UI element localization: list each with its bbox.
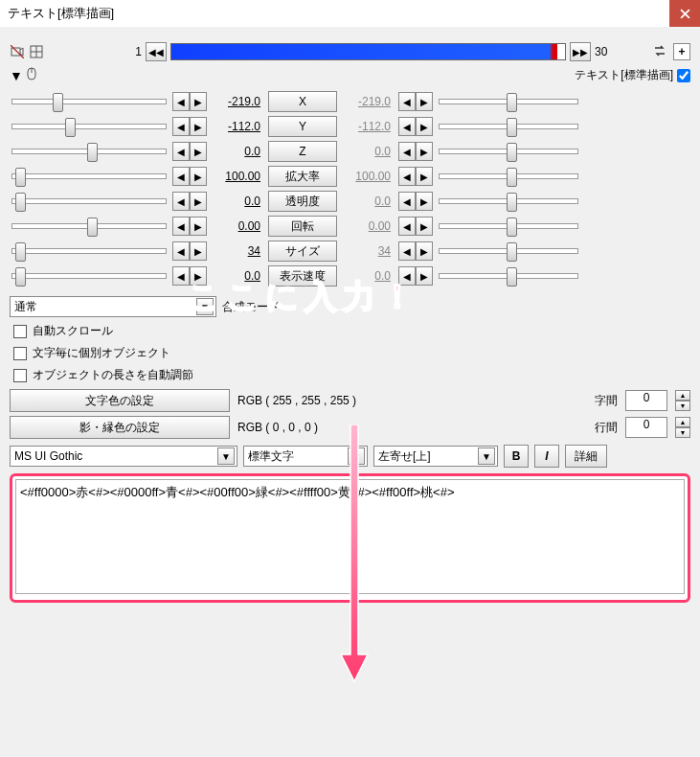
- param-button[interactable]: 拡大率: [268, 166, 337, 187]
- step-left[interactable]: ◀: [172, 241, 190, 261]
- param-left-value[interactable]: -112.0: [211, 120, 264, 133]
- step-left[interactable]: ◀: [398, 217, 416, 236]
- step-right[interactable]: ▶: [416, 217, 433, 236]
- param-left-value[interactable]: 0.0: [211, 269, 264, 283]
- step-left[interactable]: ◀: [172, 192, 190, 211]
- right-slider[interactable]: [437, 173, 580, 179]
- right-slider[interactable]: [437, 124, 580, 129]
- step-right[interactable]: ▶: [190, 117, 207, 136]
- step-left[interactable]: ◀: [172, 117, 190, 136]
- step-left[interactable]: ◀: [398, 192, 416, 211]
- step-left[interactable]: ◀: [172, 217, 190, 236]
- step-right[interactable]: ▶: [416, 117, 433, 136]
- autolen-checkbox[interactable]: [13, 369, 27, 382]
- grid-icon[interactable]: [29, 44, 44, 59]
- perchar-checkbox[interactable]: [13, 347, 27, 360]
- right-slider[interactable]: [437, 198, 580, 204]
- font-style-combo[interactable]: 標準文字 ▼: [243, 446, 368, 467]
- bold-button[interactable]: B: [504, 445, 529, 468]
- rewind-button[interactable]: ◀◀: [146, 42, 167, 61]
- step-right[interactable]: ▶: [190, 167, 207, 186]
- right-slider[interactable]: [437, 149, 580, 154]
- left-slider[interactable]: [10, 223, 169, 229]
- param-left-value[interactable]: 0.00: [211, 219, 264, 233]
- right-slider[interactable]: [437, 99, 580, 104]
- shadow-color-button[interactable]: 影・縁色の設定: [10, 416, 230, 439]
- param-right-value[interactable]: 34: [341, 244, 395, 258]
- param-button[interactable]: Z: [268, 141, 337, 162]
- step-right[interactable]: ▶: [416, 92, 433, 111]
- param-right-value[interactable]: -112.0: [341, 120, 395, 133]
- step-left[interactable]: ◀: [398, 266, 416, 286]
- italic-button[interactable]: I: [534, 445, 559, 468]
- object-enable-checkbox[interactable]: [677, 69, 690, 82]
- text-input[interactable]: [15, 479, 685, 594]
- param-right-value[interactable]: 0.00: [341, 219, 395, 233]
- step-right[interactable]: ▶: [190, 192, 207, 211]
- param-left-value[interactable]: -219.0: [211, 95, 264, 108]
- line-spacing-input[interactable]: 0: [625, 417, 667, 438]
- close-button[interactable]: [669, 0, 700, 27]
- left-slider[interactable]: [10, 198, 169, 204]
- left-slider[interactable]: [10, 99, 169, 104]
- param-right-value[interactable]: 0.0: [341, 145, 395, 158]
- left-slider[interactable]: [10, 149, 169, 154]
- text-color-button[interactable]: 文字色の設定: [10, 389, 230, 412]
- param-right-value[interactable]: 0.0: [341, 195, 395, 208]
- param-button[interactable]: 透明度: [268, 191, 337, 212]
- param-right-value[interactable]: -219.0: [341, 95, 395, 108]
- forward-button[interactable]: ▶▶: [570, 42, 591, 61]
- step-left[interactable]: ◀: [172, 92, 190, 111]
- char-spacing-input[interactable]: 0: [625, 390, 667, 411]
- param-button[interactable]: サイズ: [268, 241, 337, 262]
- param-left-value[interactable]: 34: [211, 244, 264, 258]
- line-spacing-down[interactable]: ▼: [675, 427, 690, 438]
- step-right[interactable]: ▶: [416, 192, 433, 211]
- step-left[interactable]: ◀: [172, 167, 190, 186]
- left-slider[interactable]: [10, 273, 169, 279]
- step-right[interactable]: ▶: [190, 217, 207, 236]
- left-slider[interactable]: [10, 248, 169, 254]
- font-family-combo[interactable]: MS UI Gothic ▼: [10, 446, 237, 467]
- step-right[interactable]: ▶: [416, 266, 433, 286]
- align-combo[interactable]: 左寄せ[上] ▼: [373, 446, 498, 467]
- step-left[interactable]: ◀: [398, 241, 416, 261]
- step-right[interactable]: ▶: [190, 241, 207, 261]
- step-right[interactable]: ▶: [190, 142, 207, 161]
- swap-icon[interactable]: [652, 43, 669, 60]
- param-button[interactable]: 回転: [268, 216, 337, 237]
- param-left-value[interactable]: 100.00: [211, 170, 264, 183]
- line-spacing-up[interactable]: ▲: [675, 417, 690, 427]
- right-slider[interactable]: [437, 248, 580, 254]
- char-spacing-up[interactable]: ▲: [675, 390, 690, 401]
- step-right[interactable]: ▶: [416, 241, 433, 261]
- char-spacing-down[interactable]: ▼: [675, 401, 690, 411]
- add-button[interactable]: +: [673, 43, 690, 60]
- step-left[interactable]: ◀: [398, 92, 416, 111]
- right-slider[interactable]: [437, 273, 580, 279]
- param-button[interactable]: Y: [268, 116, 337, 137]
- param-right-value[interactable]: 0.0: [341, 269, 395, 283]
- autoscroll-checkbox[interactable]: [13, 325, 27, 338]
- param-button[interactable]: 表示速度: [268, 265, 337, 287]
- param-left-value[interactable]: 0.0: [211, 195, 264, 208]
- step-right[interactable]: ▶: [190, 92, 207, 111]
- step-left[interactable]: ◀: [172, 266, 190, 286]
- param-left-value[interactable]: 0.0: [211, 145, 264, 158]
- step-right[interactable]: ▶: [190, 266, 207, 286]
- step-left[interactable]: ◀: [398, 167, 416, 186]
- right-slider[interactable]: [437, 223, 580, 229]
- step-left[interactable]: ◀: [398, 117, 416, 136]
- left-slider[interactable]: [10, 124, 169, 129]
- step-left[interactable]: ◀: [172, 142, 190, 161]
- param-right-value[interactable]: 100.00: [341, 170, 395, 183]
- step-left[interactable]: ◀: [398, 142, 416, 161]
- param-button[interactable]: X: [268, 91, 337, 112]
- step-right[interactable]: ▶: [416, 167, 433, 186]
- camera-icon[interactable]: [10, 44, 25, 59]
- left-slider[interactable]: [10, 173, 169, 179]
- timeline-bar[interactable]: [170, 43, 566, 60]
- blend-mode-combo[interactable]: 通常 ▼: [10, 296, 216, 317]
- collapse-icon[interactable]: ▼: [10, 68, 23, 83]
- step-right[interactable]: ▶: [416, 142, 433, 161]
